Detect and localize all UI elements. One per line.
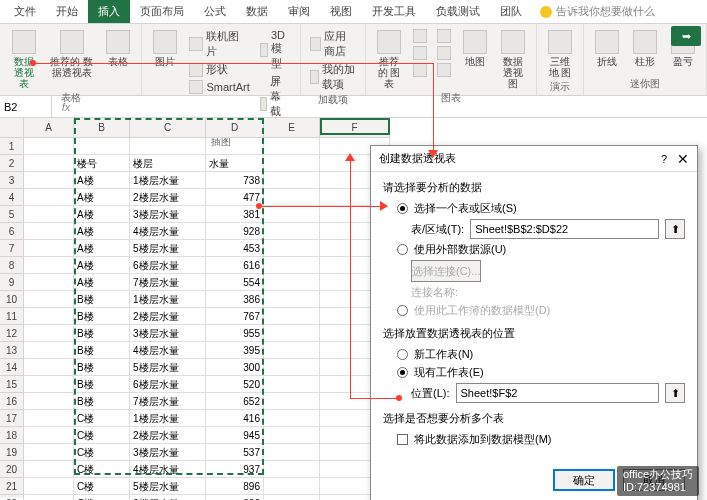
cell-D11[interactable]: 767	[206, 308, 264, 325]
cell-B13[interactable]: B楼	[74, 342, 130, 359]
cell-C19[interactable]: 3楼层水量	[130, 444, 206, 461]
cell-C2[interactable]: 楼层	[130, 155, 206, 172]
cell-D6[interactable]: 928	[206, 223, 264, 240]
cell-D22[interactable]: 896	[206, 495, 264, 500]
cell-A16[interactable]	[24, 393, 74, 410]
cell-E8[interactable]	[264, 257, 320, 274]
pivotchart-button[interactable]: 数据透视图	[496, 28, 530, 91]
cell-A21[interactable]	[24, 478, 74, 495]
radio-external[interactable]	[397, 244, 408, 255]
col-header-E[interactable]: E	[264, 118, 320, 138]
cell-D8[interactable]: 616	[206, 257, 264, 274]
cell-E18[interactable]	[264, 427, 320, 444]
cell-B14[interactable]: B楼	[74, 359, 130, 376]
cell-D20[interactable]: 937	[206, 461, 264, 478]
cell-B9[interactable]: A楼	[74, 274, 130, 291]
cell-C15[interactable]: 6楼层水量	[130, 376, 206, 393]
3dmodel-button[interactable]: 3D 模型	[257, 28, 294, 72]
cell-E9[interactable]	[264, 274, 320, 291]
row-header-22[interactable]: 22	[0, 495, 24, 500]
row-header-13[interactable]: 13	[0, 342, 24, 359]
cell-E13[interactable]	[264, 342, 320, 359]
cell-A14[interactable]	[24, 359, 74, 376]
cell-C1[interactable]	[130, 138, 206, 155]
help-icon[interactable]: ?	[661, 153, 667, 165]
location-input[interactable]	[456, 383, 660, 403]
cell-D18[interactable]: 945	[206, 427, 264, 444]
cell-D19[interactable]: 537	[206, 444, 264, 461]
cell-A8[interactable]	[24, 257, 74, 274]
row-header-2[interactable]: 2	[0, 155, 24, 172]
cell-D21[interactable]: 896	[206, 478, 264, 495]
cell-A12[interactable]	[24, 325, 74, 342]
spark-col-button[interactable]: 柱形	[628, 28, 662, 69]
cell-C14[interactable]: 5楼层水量	[130, 359, 206, 376]
cell-B5[interactable]: A楼	[74, 206, 130, 223]
cell-E7[interactable]	[264, 240, 320, 257]
cell-C4[interactable]: 2楼层水量	[130, 189, 206, 206]
spark-line-button[interactable]: 折线	[590, 28, 624, 69]
cell-E19[interactable]	[264, 444, 320, 461]
pivot-table-button[interactable]: 数据 透视表	[6, 28, 42, 91]
cell-E5[interactable]	[264, 206, 320, 223]
col-header-D[interactable]: D	[206, 118, 264, 138]
row-header-11[interactable]: 11	[0, 308, 24, 325]
cell-C20[interactable]: 4楼层水量	[130, 461, 206, 478]
cell-D9[interactable]: 554	[206, 274, 264, 291]
cell-B12[interactable]: B楼	[74, 325, 130, 342]
tab-view[interactable]: 视图	[320, 0, 362, 23]
cell-B3[interactable]: A楼	[74, 172, 130, 189]
chart-type-4[interactable]	[434, 28, 454, 44]
row-header-10[interactable]: 10	[0, 291, 24, 308]
col-header-C[interactable]: C	[130, 118, 206, 138]
cell-C6[interactable]: 4楼层水量	[130, 223, 206, 240]
cell-C9[interactable]: 7楼层水量	[130, 274, 206, 291]
tab-file[interactable]: 文件	[4, 0, 46, 23]
checkbox-add-model[interactable]	[397, 434, 408, 445]
cell-E2[interactable]	[264, 155, 320, 172]
cell-D14[interactable]: 300	[206, 359, 264, 376]
cell-D3[interactable]: 738	[206, 172, 264, 189]
range-input[interactable]	[470, 219, 659, 239]
cell-B22[interactable]: C楼	[74, 495, 130, 500]
cell-D16[interactable]: 652	[206, 393, 264, 410]
shapes-button[interactable]: 形状	[186, 61, 252, 78]
3dmap-button[interactable]: 三维地 图	[543, 28, 577, 80]
cell-E22[interactable]	[264, 495, 320, 500]
cell-A7[interactable]	[24, 240, 74, 257]
cell-A1[interactable]	[24, 138, 74, 155]
row-header-5[interactable]: 5	[0, 206, 24, 223]
radio-range[interactable]	[397, 203, 408, 214]
cell-A11[interactable]	[24, 308, 74, 325]
cell-C7[interactable]: 5楼层水量	[130, 240, 206, 257]
cell-A6[interactable]	[24, 223, 74, 240]
cell-A19[interactable]	[24, 444, 74, 461]
cell-C3[interactable]: 1楼层水量	[130, 172, 206, 189]
cell-B21[interactable]: C楼	[74, 478, 130, 495]
cell-B19[interactable]: C楼	[74, 444, 130, 461]
cell-B18[interactable]: C楼	[74, 427, 130, 444]
cell-D4[interactable]: 477	[206, 189, 264, 206]
share-button[interactable]: ➥	[671, 26, 701, 46]
col-header-A[interactable]: A	[24, 118, 74, 138]
cell-C12[interactable]: 3楼层水量	[130, 325, 206, 342]
chart-type-1[interactable]	[410, 28, 430, 44]
cell-A13[interactable]	[24, 342, 74, 359]
cell-E15[interactable]	[264, 376, 320, 393]
tab-team[interactable]: 团队	[490, 0, 532, 23]
range-picker-icon[interactable]: ⬆	[665, 219, 685, 239]
row-header-12[interactable]: 12	[0, 325, 24, 342]
cell-E21[interactable]	[264, 478, 320, 495]
cell-B7[interactable]: A楼	[74, 240, 130, 257]
cell-D15[interactable]: 520	[206, 376, 264, 393]
cell-C21[interactable]: 5楼层水量	[130, 478, 206, 495]
smartart-button[interactable]: SmartArt	[186, 79, 252, 95]
cell-D2[interactable]: 水量	[206, 155, 264, 172]
cell-A17[interactable]	[24, 410, 74, 427]
row-header-15[interactable]: 15	[0, 376, 24, 393]
tab-formulas[interactable]: 公式	[194, 0, 236, 23]
tab-layout[interactable]: 页面布局	[130, 0, 194, 23]
table-button[interactable]: 表格	[101, 28, 135, 69]
cell-C16[interactable]: 7楼层水量	[130, 393, 206, 410]
cell-D5[interactable]: 381	[206, 206, 264, 223]
